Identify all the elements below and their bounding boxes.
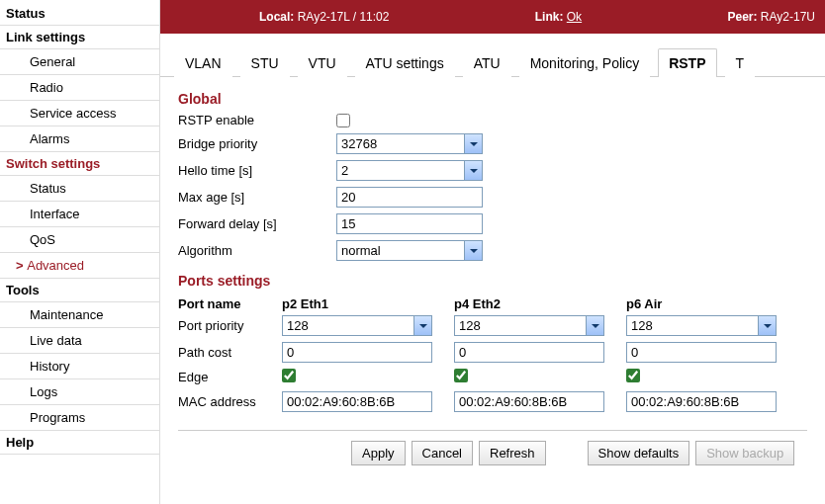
port1-priority[interactable]: 128 bbox=[454, 315, 604, 336]
sidebar-item-radio[interactable]: Radio bbox=[0, 75, 159, 101]
bottom-bar: Apply Cancel Refresh Show defaults Show … bbox=[178, 430, 807, 475]
ports-row-edge: Edge bbox=[178, 370, 282, 384]
port1-path[interactable] bbox=[454, 342, 604, 363]
select-hello-time[interactable]: 2 bbox=[336, 160, 483, 181]
sidebar-section-help[interactable]: Help bbox=[0, 431, 159, 455]
status-local: Local: RAy2-17L / 11:02 bbox=[259, 10, 389, 24]
port0-mac[interactable] bbox=[282, 391, 432, 412]
section-global-title: Global bbox=[178, 91, 807, 107]
ports-col-name: Port name bbox=[178, 296, 282, 311]
tab-extra[interactable]: T bbox=[725, 48, 756, 77]
tab-rstp[interactable]: RSTP bbox=[658, 48, 716, 77]
label-algorithm: Algorithm bbox=[178, 243, 336, 258]
refresh-button[interactable]: Refresh bbox=[479, 441, 546, 465]
port-header-2: p6 Air bbox=[626, 296, 798, 311]
label-rstp-enable: RSTP enable bbox=[178, 113, 336, 127]
apply-button[interactable]: Apply bbox=[351, 441, 406, 465]
sidebar-section-status[interactable]: Status bbox=[0, 2, 159, 26]
sidebar-section-switch-settings[interactable]: Switch settings bbox=[0, 152, 159, 176]
input-rstp-enable[interactable] bbox=[336, 114, 350, 127]
sidebar-item-qos[interactable]: QoS bbox=[0, 227, 159, 253]
show-defaults-button[interactable]: Show defaults bbox=[588, 441, 690, 465]
sidebar-item-interface[interactable]: Interface bbox=[0, 202, 159, 227]
status-bar: Local: RAy2-17L / 11:02 Link: Ok Peer: R… bbox=[160, 0, 825, 34]
sidebar-section-tools[interactable]: Tools bbox=[0, 279, 159, 302]
select-bridge-priority[interactable]: 32768 bbox=[336, 133, 483, 154]
sidebar: Status Link settings General Radio Servi… bbox=[0, 0, 160, 504]
port2-mac[interactable] bbox=[626, 391, 777, 412]
input-max-age[interactable] bbox=[336, 187, 483, 208]
ports-row-priority: Port priority bbox=[178, 318, 282, 333]
sidebar-item-programs[interactable]: Programs bbox=[0, 405, 159, 431]
label-hello-time: Hello time [s] bbox=[178, 163, 336, 178]
tab-monitoring-policy[interactable]: Monitoring, Policy bbox=[519, 48, 651, 77]
sidebar-item-switch-status[interactable]: Status bbox=[0, 176, 159, 202]
port2-edge[interactable] bbox=[626, 369, 640, 382]
port-header-1: p4 Eth2 bbox=[454, 296, 626, 311]
form-area: Global RSTP enable Bridge priority 32768… bbox=[160, 77, 825, 485]
port0-edge[interactable] bbox=[282, 369, 296, 382]
show-backup-button[interactable]: Show backup bbox=[695, 441, 794, 465]
cancel-button[interactable]: Cancel bbox=[412, 441, 473, 465]
select-algorithm[interactable]: normal bbox=[336, 240, 483, 261]
port0-path[interactable] bbox=[282, 342, 432, 363]
sidebar-item-maintenance[interactable]: Maintenance bbox=[0, 302, 159, 328]
sidebar-item-alarms[interactable]: Alarms bbox=[0, 126, 159, 152]
tab-vlan[interactable]: VLAN bbox=[174, 48, 232, 77]
label-forward-delay: Forward delay [s] bbox=[178, 216, 336, 231]
port1-edge[interactable] bbox=[454, 369, 468, 382]
sidebar-section-link-settings[interactable]: Link settings bbox=[0, 26, 159, 49]
sidebar-item-live-data[interactable]: Live data bbox=[0, 328, 159, 354]
tab-vtu[interactable]: VTU bbox=[298, 48, 347, 77]
label-max-age: Max age [s] bbox=[178, 190, 336, 205]
status-link: Link: Ok bbox=[535, 10, 582, 24]
port0-priority[interactable]: 128 bbox=[282, 315, 432, 336]
tabs: VLAN STU VTU ATU settings ATU Monitoring… bbox=[160, 34, 825, 77]
sidebar-item-general[interactable]: General bbox=[0, 49, 159, 75]
ports-row-mac: MAC address bbox=[178, 394, 282, 409]
sidebar-item-advanced[interactable]: Advanced bbox=[0, 253, 159, 279]
sidebar-item-logs[interactable]: Logs bbox=[0, 379, 159, 405]
ports-row-path: Path cost bbox=[178, 345, 282, 360]
port2-path[interactable] bbox=[626, 342, 777, 363]
input-forward-delay[interactable] bbox=[336, 213, 483, 234]
tab-atu[interactable]: ATU bbox=[463, 48, 511, 77]
sidebar-item-service-access[interactable]: Service access bbox=[0, 101, 159, 126]
port-header-0: p2 Eth1 bbox=[282, 296, 454, 311]
tab-stu[interactable]: STU bbox=[240, 48, 290, 77]
port2-priority[interactable]: 128 bbox=[626, 315, 777, 336]
tab-atu-settings[interactable]: ATU settings bbox=[355, 48, 455, 77]
sidebar-item-history[interactable]: History bbox=[0, 354, 159, 379]
section-ports-title: Ports settings bbox=[178, 273, 807, 289]
main-panel: Local: RAy2-17L / 11:02 Link: Ok Peer: R… bbox=[160, 0, 825, 504]
port1-mac[interactable] bbox=[454, 391, 604, 412]
label-bridge-priority: Bridge priority bbox=[178, 136, 336, 151]
status-peer: Peer: RAy2-17U bbox=[727, 10, 815, 24]
